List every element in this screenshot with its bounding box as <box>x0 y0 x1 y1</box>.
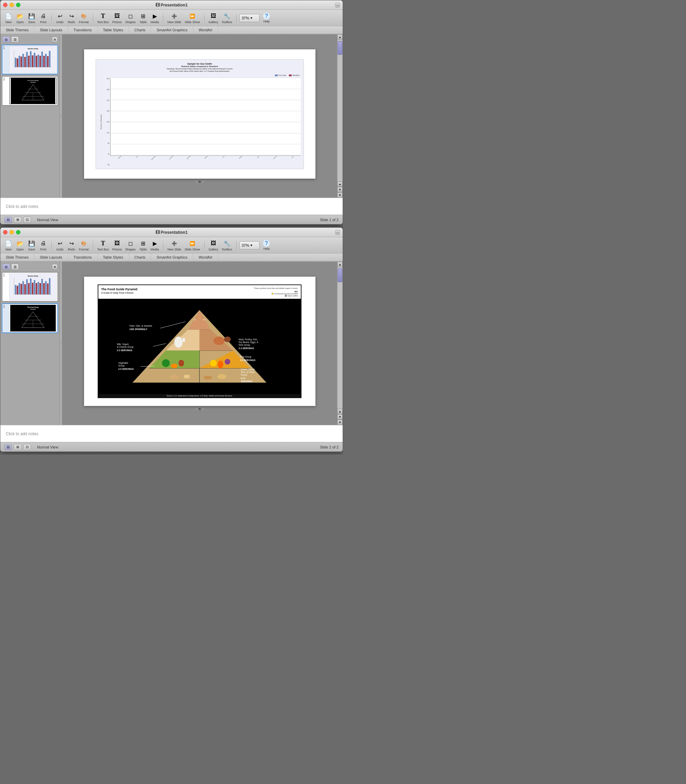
textbox-button-2[interactable]: T Text Box <box>96 238 111 252</box>
slide-canvas-1[interactable]: Sample for Sue Smith Nutrient Intake com… <box>84 49 315 179</box>
shapes-button-2[interactable]: ◻ Shapes <box>124 238 137 252</box>
redo-button[interactable]: ↪ Redo <box>66 11 77 24</box>
tab-transitions-2[interactable]: Transitions <box>68 253 97 261</box>
title-bar-2: 🎞 Presentation1 ▭ <box>0 228 343 237</box>
slide-view-outline-1[interactable]: ☰ <box>11 36 19 42</box>
tab-transitions-1[interactable]: Transitions <box>68 26 97 34</box>
legend-red-label: Standard <box>292 74 299 76</box>
save-button-2[interactable]: 💾 Save <box>26 238 37 252</box>
slideshow-button-2[interactable]: ⏩ Slide Show <box>183 238 201 252</box>
slide-grid-btn-1[interactable]: ⊞ <box>14 217 21 223</box>
scroll-thumb-1[interactable] <box>338 41 342 55</box>
shapes-button[interactable]: ◻ Shapes <box>124 11 137 24</box>
notes-area-1[interactable]: Click to add notes <box>0 198 343 215</box>
new-button-2[interactable]: 📄 New <box>3 238 14 252</box>
toolbox-button[interactable]: 🔧 Toolbox <box>220 11 234 24</box>
picture-button[interactable]: 🖼 Picture <box>111 11 123 24</box>
slide-view-thumbnail-1[interactable]: ⊟ <box>2 36 10 42</box>
notes-area-2[interactable]: Click to add notes <box>0 425 343 442</box>
print-button[interactable]: 🖨 Print <box>38 11 49 24</box>
save-button[interactable]: 💾 Save <box>26 11 37 24</box>
scroll-small-up-1[interactable]: ▲ <box>337 181 343 187</box>
tab-table-styles-1[interactable]: Table Styles <box>98 26 129 34</box>
presenter-btn-2[interactable]: ⊡ <box>23 444 31 450</box>
maximize-button-1[interactable] <box>16 3 20 7</box>
svg-rect-6 <box>20 57 22 67</box>
open-button-2[interactable]: 📂 Open <box>15 238 26 252</box>
newslide-button-2[interactable]: ➕ New Slide <box>166 238 183 252</box>
tab-wordart-2[interactable]: WordArt <box>193 253 218 261</box>
normal-view-btn-2[interactable]: ⊟ <box>5 444 12 450</box>
presenter-btn-1[interactable]: ⊡ <box>23 217 31 223</box>
resize-window-btn-1[interactable]: ▭ <box>335 3 340 8</box>
scroll-small-up-2[interactable]: ▲ <box>337 409 343 414</box>
tab-slide-layouts-1[interactable]: Slide Layouts <box>34 26 68 34</box>
undo-button-2[interactable]: ↩ Undo <box>54 238 65 252</box>
chart-gridlines-1 <box>111 78 301 155</box>
zoom-combo-2[interactable]: 37% ▼ <box>239 241 260 250</box>
toolbox-button-2[interactable]: 🔧 Toolbox <box>220 238 234 252</box>
tab-slide-themes-2[interactable]: Slide Themes <box>0 253 34 261</box>
slide-thumb-1-2[interactable]: 2 The Food Guide Pyramid <box>2 76 58 106</box>
minimize-button-2[interactable] <box>10 230 14 234</box>
format-icon-2: 🎨 <box>80 239 88 247</box>
slide-view-thumbnail-2[interactable]: ⊟ <box>2 264 10 270</box>
scrollbar-2: ▲ ▲ ▼ ▼ <box>337 262 343 425</box>
slide-view-outline-2[interactable]: ☰ <box>11 264 19 270</box>
zoom-combo[interactable]: 37% ▼ <box>239 14 260 22</box>
tab-smartart-1[interactable]: SmartArt Graphics <box>151 26 193 34</box>
scroll-down-btn-1[interactable]: ▼ <box>337 192 343 198</box>
tab-charts-1[interactable]: Charts <box>129 26 151 34</box>
undo-button[interactable]: ↩ Undo <box>54 11 65 24</box>
scroll-up-btn-2[interactable]: ▲ <box>337 262 343 267</box>
close-panel-btn-1[interactable]: ✕ <box>52 37 57 42</box>
table-button-2[interactable]: ⊞ Table <box>138 238 149 252</box>
slide-canvas-2[interactable]: The Food Guide Pyramid A Guide to Daily … <box>84 277 315 406</box>
tab-wordart-1[interactable]: WordArt <box>193 26 218 34</box>
media-button[interactable]: ▶ Media <box>149 11 161 24</box>
tab-smartart-2[interactable]: SmartArt Graphics <box>151 253 193 261</box>
resize-window-btn-2[interactable]: ▭ <box>335 230 340 235</box>
scroll-track-1[interactable] <box>338 40 342 181</box>
new-button[interactable]: 📄 New <box>3 11 14 24</box>
format-button[interactable]: 🎨 Format <box>78 11 90 24</box>
close-panel-btn-2[interactable]: ✕ <box>52 264 57 270</box>
scroll-small-down-1[interactable]: ▼ <box>337 187 343 192</box>
tab-charts-2[interactable]: Charts <box>129 253 151 261</box>
scroll-down-btn-2[interactable]: ▼ <box>337 420 343 425</box>
format-button-2[interactable]: 🎨 Format <box>78 238 90 252</box>
scroll-up-btn-1[interactable]: ▲ <box>337 34 343 40</box>
scroll-track-2[interactable] <box>338 267 342 409</box>
picture-button-2[interactable]: 🖼 Picture <box>111 238 123 252</box>
slide-thumb-1-1[interactable]: 1 Nutrient Intake <box>2 44 58 75</box>
slide-thumb-2-2[interactable]: 2 The Food Guide Pyramid <box>2 303 58 333</box>
close-button-2[interactable] <box>3 230 8 234</box>
textbox-button[interactable]: T Text Box <box>96 11 111 24</box>
tab-slide-layouts-2[interactable]: Slide Layouts <box>34 253 68 261</box>
help-button-2[interactable]: ? Help <box>262 239 271 251</box>
table-button[interactable]: ⊞ Table <box>138 11 149 24</box>
slideshow-button[interactable]: ⏩ Slide Show <box>183 11 201 24</box>
redo-button-2[interactable]: ↪ Redo <box>66 238 77 252</box>
close-button-1[interactable] <box>3 3 8 7</box>
chart-bars-area-1: Calories Fat Saturated Fat Cholesterol D… <box>110 78 301 166</box>
slide-thumb-2-1[interactable]: 1 Nutrient Intake <box>2 272 58 302</box>
newslide-button[interactable]: ➕ New Slide <box>166 11 183 24</box>
shapes-icon-2: ◻ <box>126 239 134 247</box>
print-button-2[interactable]: 🖨 Print <box>38 238 49 252</box>
scroll-small-down-2[interactable]: ▼ <box>337 414 343 420</box>
open-button[interactable]: 📂 Open <box>15 11 26 24</box>
scroll-thumb-2[interactable] <box>338 268 342 282</box>
chart-title-line1: Sample for Sue Smith <box>167 62 232 65</box>
normal-view-btn-1[interactable]: ⊟ <box>5 217 12 223</box>
media-button-2[interactable]: ▶ Media <box>149 238 161 252</box>
gallery-button-2[interactable]: 🖼 Gallery <box>207 238 220 252</box>
slide-grid-btn-2[interactable]: ⊞ <box>14 444 21 450</box>
minimize-button-1[interactable] <box>10 3 14 7</box>
svg-rect-9 <box>26 52 28 67</box>
help-button[interactable]: ? Help <box>262 12 271 24</box>
tab-slide-themes-1[interactable]: Slide Themes <box>0 26 34 34</box>
tab-table-styles-2[interactable]: Table Styles <box>98 253 129 261</box>
gallery-button[interactable]: 🖼 Gallery <box>207 11 220 24</box>
maximize-button-2[interactable] <box>16 230 20 234</box>
